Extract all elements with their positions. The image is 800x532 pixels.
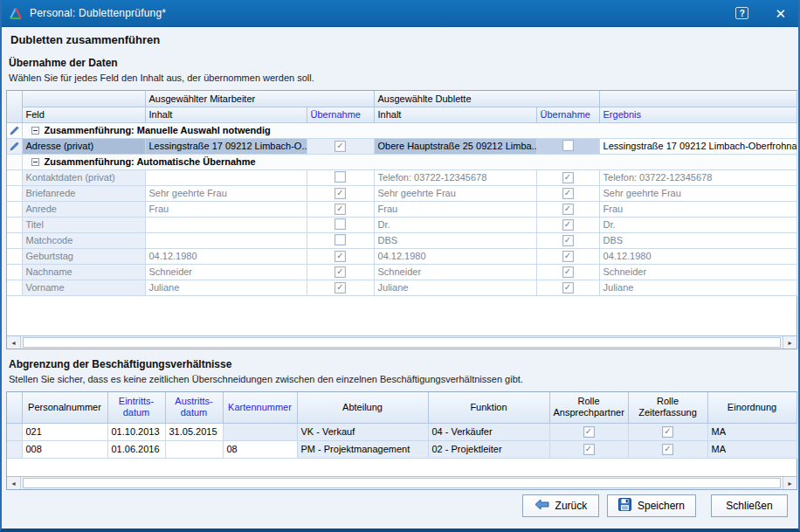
cell-inhalt-dublette: Frau [374,201,536,217]
column-header-abteilung[interactable]: Abteilung [297,392,428,423]
cell-feld[interactable]: Adresse (privat) [22,138,145,154]
cell-ergebnis: DBS [599,232,797,248]
cell-uebernahme-dublette [536,280,599,295]
table-row[interactable]: 021 01.10.2013 31.05.2015 VK - Verkauf 0… [7,423,797,440]
edit-pencil-icon[interactable] [7,138,22,154]
cell-inhalt-mitarbeiter [145,169,307,185]
group-row-manual: Zusammenführung: Manuelle Auswahl notwen… [7,122,797,138]
row-marker [7,440,22,458]
column-header-kartennummer[interactable]: Kartennummer [223,392,297,423]
checkbox[interactable] [562,172,574,183]
checkbox[interactable] [334,204,346,215]
column-header-feld[interactable]: Feld [22,107,145,122]
column-header-rolle-zeiterfassung[interactable]: RolleZeiterfassung [628,392,707,423]
collapse-icon[interactable] [31,158,39,166]
checkbox[interactable] [662,444,673,455]
footer-buttons: Zurück Speichern Schließen [2,494,798,517]
row-marker [7,154,22,169]
checkbox[interactable] [334,188,346,199]
column-header-uebernahme-dublette[interactable]: Übernahme [536,107,599,122]
column-header-rolle-ansprechpartner[interactable]: RolleAnsprechpartner [549,392,628,423]
scrollbar-thumb[interactable] [23,478,781,488]
scroll-left-icon[interactable]: ◂ [7,477,21,489]
horizontal-scrollbar[interactable]: ◂ ▸ [7,335,797,349]
cell-personalnummer[interactable]: 008 [22,440,107,458]
column-header-eintrittsdatum[interactable]: Eintritts-datum [107,392,165,423]
checkbox[interactable] [334,251,346,262]
checkbox[interactable] [562,219,574,231]
checkbox[interactable] [334,171,346,183]
band-dublette: Ausgewählte Dublette [374,91,599,107]
checkbox[interactable] [562,235,574,246]
cell-eintrittsdatum[interactable]: 01.10.2013 [107,423,165,440]
cell-feld: Titel [22,217,145,232]
band-mitarbeiter: Ausgewählter Mitarbeiter [145,91,374,107]
cell-austrittsdatum[interactable]: 31.05.2015 [165,423,223,440]
band-empty [22,91,145,107]
cell-inhalt-dublette[interactable]: Obere Hauptstraße 25 09212 Limba... [374,138,536,154]
cell-feld: Geburtstag [22,248,145,264]
scroll-right-icon[interactable]: ▸ [783,477,797,489]
help-icon[interactable]: ? [735,7,748,19]
row-marker [7,201,22,217]
column-header-einordnung[interactable]: Einordnung [707,392,797,423]
column-header-austrittsdatum[interactable]: Austritts-datum [165,392,223,423]
grid-empty-area [7,296,797,336]
collapse-icon[interactable] [31,127,39,135]
cell-einordnung: MA [707,440,797,458]
section2-description: Stellen Sie sicher, dass es keine zeitli… [9,374,523,384]
checkbox[interactable] [334,218,346,230]
checkbox[interactable] [562,204,574,215]
save-button[interactable]: Speichern [607,494,696,517]
checkbox[interactable] [334,266,346,278]
horizontal-scrollbar[interactable]: ◂ ▸ [7,476,797,489]
column-header-personalnummer[interactable]: Personalnummer [22,392,107,423]
cell-uebernahme-mitarbeiter [307,280,374,295]
cell-austrittsdatum[interactable] [165,440,223,458]
column-header-inhalt-dublette[interactable]: Inhalt [374,107,536,122]
cell-eintrittsdatum[interactable]: 01.06.2016 [107,440,165,458]
checkbox[interactable] [583,444,595,455]
group-label-manual[interactable]: Zusammenführung: Manuelle Auswahl notwen… [22,122,797,138]
scroll-right-icon[interactable]: ▸ [783,336,797,349]
titlebar: Personal: Dublettenprüfung* ? ✕ [2,0,798,27]
group-label-auto[interactable]: Zusammenführung: Automatische Übernahme [22,154,797,169]
checkbox[interactable] [334,234,346,245]
cell-inhalt-dublette: Schneider [374,264,536,280]
checkbox[interactable] [583,426,595,438]
cell-inhalt-dublette: DBS [374,232,536,248]
cell-uebernahme-mitarbeiter [307,169,374,185]
row-marker [7,232,22,248]
edit-pencil-icon[interactable] [7,122,22,138]
close-icon[interactable]: ✕ [775,7,786,20]
scrollbar-thumb[interactable] [23,337,781,348]
checkbox[interactable] [562,251,574,262]
scroll-left-icon[interactable]: ◂ [7,336,21,349]
table-row: Nachname Schneider Schneider Schneider [7,264,797,280]
cell-uebernahme-dublette [536,185,599,201]
checkbox[interactable] [562,266,574,278]
back-button[interactable]: Zurück [522,494,599,517]
table-row[interactable]: 008 01.06.2016 08 PM - Projektmanagement… [7,440,797,458]
cell-inhalt-mitarbeiter: Sehr geehrte Frau [145,185,307,201]
table-row-adresse[interactable]: Adresse (privat) Lessingstraße 17 09212 … [7,138,797,154]
column-header-funktion[interactable]: Funktion [428,392,549,423]
checkbox[interactable] [662,426,673,438]
checkbox[interactable] [562,188,574,199]
column-header-inhalt-mitarbeiter[interactable]: Inhalt [145,107,307,122]
cell-kartennummer[interactable]: 08 [223,440,297,458]
cell-feld: Kontaktdaten (privat) [22,169,145,185]
close-dialog-button[interactable]: Schließen [711,494,788,517]
cell-inhalt-mitarbeiter[interactable]: Lessingstraße 17 09212 Limbach-O... [145,138,307,154]
cell-personalnummer[interactable]: 021 [22,423,107,440]
checkbox[interactable] [562,282,574,294]
cell-ergebnis[interactable]: Lessingstraße 17 09212 Limbach-Oberfrohn… [599,138,797,154]
merge-data-grid: Ausgewählter Mitarbeiter Ausgewählte Dub… [6,90,797,349]
checkbox[interactable] [334,282,346,294]
checkbox[interactable] [334,141,346,152]
column-header-uebernahme-mitarbeiter[interactable]: Übernahme [307,107,374,122]
cell-uebernahme-dublette [536,169,599,185]
table-row: Matchcode DBS DBS [7,232,797,248]
checkbox[interactable] [562,140,574,151]
column-header-ergebnis[interactable]: Ergebnis [599,107,797,122]
